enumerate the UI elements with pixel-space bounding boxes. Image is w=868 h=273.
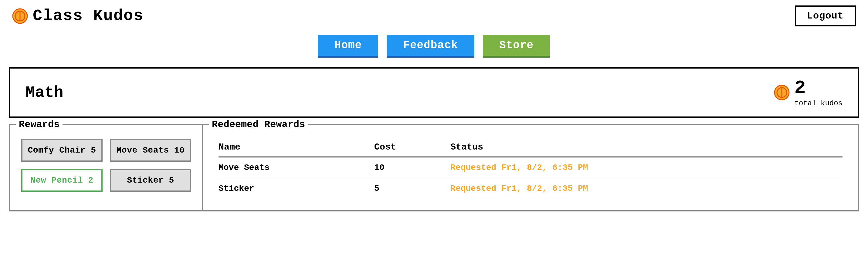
redeemed-panel: Redeemed Rewards Name Cost Status Move S… (202, 124, 859, 211)
reward-comfy-chair-button[interactable]: Comfy Chair 5 (21, 139, 102, 162)
reward-sticker-button[interactable]: Sticker 5 (110, 169, 191, 192)
col-cost-header: Cost (374, 139, 451, 157)
redeemed-panel-title: Redeemed Rewards (209, 119, 308, 130)
redeemed-row-name: Move Seats (219, 157, 374, 178)
kudos-label: total kudos (795, 99, 842, 108)
kudos-count-area: 2 total kudos (795, 77, 842, 108)
redeemed-row-name: Sticker (219, 178, 374, 199)
reward-move-seats-button[interactable]: Move Seats 10 (110, 139, 191, 162)
nav-home-button[interactable]: Home (318, 35, 378, 58)
redeemed-row-status: Requested Fri, 8/2, 6:35 PM (451, 178, 842, 199)
kudos-coin-icon (774, 84, 790, 100)
rewards-panel-title: Rewards (16, 119, 63, 130)
redeemed-row-cost: 10 (374, 157, 451, 178)
nav-store-button[interactable]: Store (483, 35, 550, 58)
logo-area: Class Kudos (12, 7, 144, 25)
class-name: Math (26, 84, 63, 102)
kudos-count: 2 (795, 77, 842, 99)
bottom-panels: Rewards Comfy Chair 5 Move Seats 10 New … (9, 124, 859, 211)
reward-new-pencil-button[interactable]: New Pencil 2 (21, 169, 102, 192)
col-name-header: Name (219, 139, 374, 157)
kudos-area: 2 total kudos (774, 77, 842, 108)
table-row: Sticker5Requested Fri, 8/2, 6:35 PM (219, 178, 842, 199)
logout-button[interactable]: Logout (795, 5, 856, 26)
redeemed-row-status: Requested Fri, 8/2, 6:35 PM (451, 157, 842, 178)
class-section: Math 2 total kudos (9, 67, 859, 118)
table-row: Move Seats10Requested Fri, 8/2, 6:35 PM (219, 157, 842, 178)
rewards-grid: Comfy Chair 5 Move Seats 10 New Pencil 2… (21, 139, 191, 192)
header: Class Kudos Logout (0, 0, 868, 29)
app-title: Class Kudos (33, 7, 144, 25)
col-status-header: Status (451, 139, 842, 157)
redeemed-table-body: Move Seats10Requested Fri, 8/2, 6:35 PMS… (219, 157, 842, 199)
redeemed-row-cost: 5 (374, 178, 451, 199)
coin-icon (12, 8, 28, 24)
table-header-row: Name Cost Status (219, 139, 842, 157)
nav: Home Feedback Store (0, 29, 868, 64)
rewards-panel: Rewards Comfy Chair 5 Move Seats 10 New … (9, 124, 203, 211)
redeemed-table: Name Cost Status Move Seats10Requested F… (219, 139, 842, 199)
nav-feedback-button[interactable]: Feedback (386, 35, 474, 58)
